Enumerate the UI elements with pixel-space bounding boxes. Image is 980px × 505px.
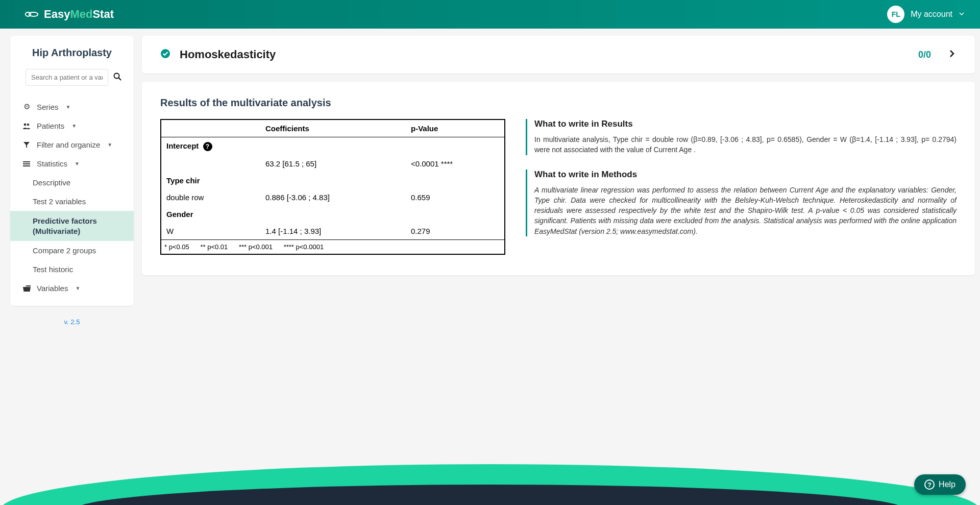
users-icon [22,123,31,130]
sidebar: Hip Arthroplasty ⚙ Series ▼ Patients [10,36,134,306]
nav-item-variables[interactable]: Variables ▼ [10,279,134,298]
cell-intercept-coef: 63.2 [61.5 ; 65] [260,155,406,172]
nav-label: Descriptive [33,178,70,187]
homoskedasticity-counter: 0/0 [918,50,931,60]
version-label: v. 2.5 [10,318,134,326]
nav-label: Test historic [33,265,73,274]
explain-methods-text: A multivariate linear regression was per… [534,185,957,236]
row-gender-label: Gender [161,206,260,223]
cell-gender-p: 0.279 [406,223,505,240]
svg-rect-5 [23,163,30,164]
explain-results-text: In multivariate analysis, Type chir = do… [534,134,957,155]
svg-rect-4 [23,161,30,162]
caret-icon: ▼ [75,285,80,291]
col-header-pvalue: p-Value [406,119,505,137]
gear-icon: ⚙ [22,102,31,111]
nav-label: Variables [37,284,68,293]
significance-legend: * p<0.05 ** p<0.01 *** p<0.001 **** p<0.… [161,240,505,255]
project-title: Hip Arthroplasty [10,47,134,69]
nav-item-patients[interactable]: Patients ▼ [10,116,134,135]
svg-point-2 [24,123,27,126]
account-menu[interactable]: FL My account [887,6,965,23]
caret-icon: ▼ [107,142,112,148]
results-panel: Results of the multivariate analysis Coe… [142,82,975,275]
svg-rect-6 [23,165,30,166]
help-button-label: Help [939,480,955,489]
logo-text-suffix: Stat [92,8,114,20]
homoskedasticity-title: Homoskedasticity [180,48,276,61]
row-intercept-label: Intercept ? [161,137,260,156]
nav-item-filter[interactable]: Filter and organize ▼ [10,135,134,154]
cell-intercept-p: <0.0001 **** [406,155,505,172]
row-gender-sub: W [161,223,260,240]
sidebar-nav: ⚙ Series ▼ Patients ▼ Filter and organiz… [10,97,134,298]
explain-methods-title: What to write in Methods [534,170,957,180]
logo-text-mid: Med [70,8,92,20]
logo[interactable]: EasyMedStat [24,8,114,21]
caret-icon: ▼ [75,161,80,166]
caret-icon: ▼ [71,123,77,129]
logo-icon [24,10,39,19]
col-header-empty [161,119,260,137]
bars-icon [22,161,31,167]
nav-label: Patients [37,122,64,130]
nav-sub-descriptive[interactable]: Descriptive [10,173,134,192]
explain-column: What to write in Results In multivariate… [526,119,957,236]
account-label: My account [911,10,952,19]
homoskedasticity-panel[interactable]: Homoskedasticity 0/0 [142,36,975,74]
results-title: Results of the multivariate analysis [160,97,957,109]
logo-text-prefix: Easy [44,8,70,20]
cell-gender-coef: 1.4 [-1.14 ; 3.93] [260,223,406,240]
cell-typechir-coef: 0.886 [-3.06 ; 4.83] [260,189,406,206]
row-typechir-label: Type chir [161,172,260,189]
help-button[interactable]: ? Help [914,474,966,495]
col-header-coefficients: Coefficients [260,119,406,137]
row-typechir-sub: double row [161,189,260,206]
search-icon [113,73,121,81]
nav-label: Statistics [37,159,67,168]
cell-typechir-p: 0.659 [406,189,505,206]
nav-label: Compare 2 groups [33,246,96,255]
nav-item-series[interactable]: ⚙ Series ▼ [10,97,134,116]
nav-label: Series [37,103,59,111]
check-circle-icon [160,49,170,61]
results-table: Coefficients p-Value Intercept ? [160,119,505,255]
svg-point-3 [27,123,29,125]
search-button[interactable] [113,73,121,82]
nav-label: Filter and organize [37,140,100,149]
help-icon: ? [924,479,935,490]
explain-results-title: What to write in Results [534,119,957,129]
nav-sub-compare2[interactable]: Compare 2 groups [10,241,134,260]
nav-label: Test 2 variables [33,197,86,206]
caret-icon: ▼ [66,104,71,110]
search-input[interactable] [26,69,108,86]
nav-item-statistics[interactable]: Statistics ▼ [10,154,134,173]
explain-methods-block: What to write in Methods A multivariate … [526,170,957,236]
chevron-down-icon [959,10,965,19]
chevron-right-icon [949,50,954,60]
topbar: EasyMedStat FL My account [0,0,980,29]
svg-line-1 [119,78,121,81]
nav-label: Predictive factors (Multivariate) [33,216,121,236]
svg-point-0 [114,74,119,79]
main-content: Homoskedasticity 0/0 Results of the mult… [142,29,975,275]
explain-results-block: What to write in Results In multivariate… [526,119,957,155]
folder-icon [22,285,31,292]
nav-sub-test2var[interactable]: Test 2 variables [10,192,134,211]
filter-icon [22,141,31,149]
nav-sub-predictive[interactable]: Predictive factors (Multivariate) [10,211,134,241]
nav-sub-testhistoric[interactable]: Test historic [10,260,134,279]
help-tooltip-icon[interactable]: ? [203,142,212,151]
avatar: FL [887,6,904,23]
